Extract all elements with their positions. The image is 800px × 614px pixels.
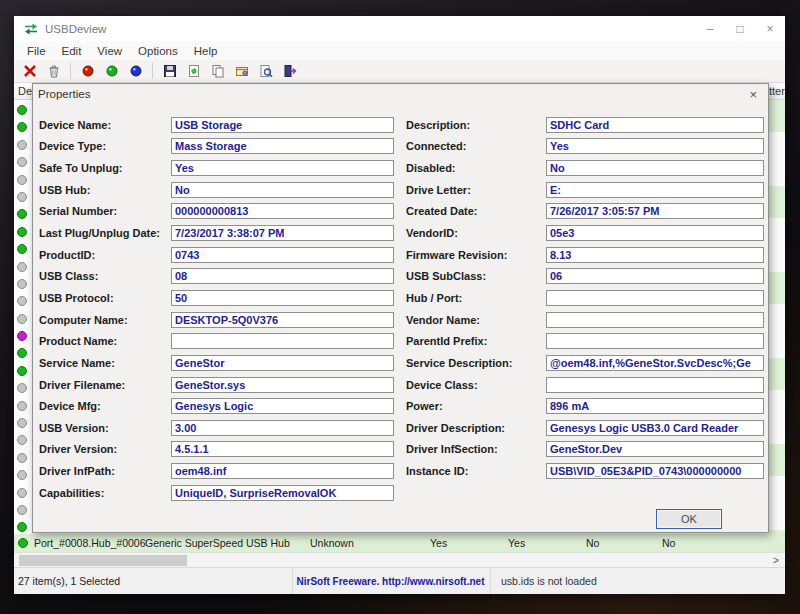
property-value-field[interactable]: 896 mA (546, 398, 764, 414)
disconnect-device-blue-ball-icon[interactable] (125, 61, 146, 81)
menu-edit[interactable]: Edit (54, 42, 90, 60)
property-value-field[interactable]: Yes (546, 138, 764, 154)
property-row-left-17: Capabilities:UniqueID, SurpriseRemovalOK (39, 482, 394, 504)
ok-button[interactable]: OK (656, 509, 722, 529)
property-value-field[interactable]: GeneStor (171, 355, 394, 371)
property-value-field[interactable] (546, 290, 764, 306)
property-label: Computer Name: (39, 314, 171, 326)
property-value-field[interactable]: SDHC Card (546, 117, 764, 133)
property-row-right-0: Description:SDHC Card (406, 114, 764, 136)
property-value-field[interactable]: Genesys Logic USB3.0 Card Reader (546, 420, 764, 436)
dialog-titlebar[interactable]: Properties × (33, 84, 768, 104)
device-status-dot (17, 244, 27, 254)
property-value-field[interactable] (546, 377, 764, 393)
close-icon[interactable]: × (755, 16, 785, 42)
save-icon[interactable] (159, 61, 180, 81)
property-value-field[interactable]: 3.00 (171, 420, 394, 436)
property-row-right-16: Instance ID:USB\VID_05E3&PID_0743\000000… (406, 460, 764, 482)
property-label: USB SubClass: (406, 270, 546, 282)
menu-options[interactable]: Options (130, 42, 186, 60)
property-value-field[interactable]: 000000000813 (171, 203, 394, 219)
property-label: Hub / Port: (406, 292, 546, 304)
property-value-field[interactable]: USB\VID_05E3&PID_0743\000000000 (546, 463, 764, 479)
property-row-right-5: VendorID:05e3 (406, 222, 764, 244)
recycle-bin-icon[interactable] (43, 61, 64, 81)
maximize-icon[interactable]: □ (725, 16, 755, 42)
dialog-close-icon[interactable]: × (746, 88, 760, 101)
device-status-dot (17, 522, 27, 532)
property-value-field[interactable]: 08 (171, 268, 394, 284)
column-header-drive-letter[interactable]: tter (769, 85, 785, 97)
property-value-field[interactable]: Yes (171, 160, 394, 176)
property-label: Instance ID: (406, 465, 546, 477)
property-label: USB Protocol: (39, 292, 171, 304)
property-value-field[interactable]: 0743 (171, 247, 394, 263)
minimize-icon[interactable]: – (695, 16, 725, 42)
property-value-field[interactable]: Genesys Logic (171, 398, 394, 414)
properties-icon[interactable] (231, 61, 252, 81)
property-value-field[interactable]: 7/23/2017 3:38:07 PM (171, 225, 394, 241)
property-row-left-13: Device Mfg:Genesys Logic (39, 395, 394, 417)
property-value-field[interactable]: No (546, 160, 764, 176)
device-status-dot (17, 227, 27, 237)
property-label: Device Mfg: (39, 400, 171, 412)
property-value-field[interactable]: GeneStor.sys (171, 377, 394, 393)
property-value-field[interactable]: 50 (171, 290, 394, 306)
menu-view[interactable]: View (89, 42, 130, 60)
statusbar-nirsoft-link[interactable]: NirSoft Freeware. http://www.nirsoft.net (292, 568, 488, 594)
property-value-field[interactable] (546, 333, 764, 349)
property-label: USB Version: (39, 422, 171, 434)
device-status-dot (17, 262, 27, 272)
column-header-device-name[interactable]: De (18, 85, 32, 97)
property-label: Connected: (406, 140, 546, 152)
property-value-field[interactable]: No (171, 182, 394, 198)
property-value-field[interactable]: GeneStor.Dev (546, 441, 764, 457)
property-row-left-5: Last Plug/Unplug Date:7/23/2017 3:38:07 … (39, 222, 394, 244)
property-label: Driver InfPath: (39, 465, 171, 477)
enable-device-green-ball-icon[interactable] (101, 61, 122, 81)
property-label: Service Name: (39, 357, 171, 369)
property-label: Driver InfSection: (406, 443, 546, 455)
property-row-right-10: ParentId Prefix: (406, 330, 764, 352)
scrollbar-thumb[interactable] (19, 555, 187, 566)
property-value-field[interactable]: 4.5.1.1 (171, 441, 394, 457)
property-row-right-12: Device Class: (406, 374, 764, 396)
device-status-dot (17, 157, 27, 167)
property-row-left-12: Driver Filename:GeneStor.sys (39, 374, 394, 396)
property-row-right-13: Power:896 mA (406, 395, 764, 417)
device-status-dot (17, 175, 27, 185)
property-value-field[interactable]: E: (546, 182, 764, 198)
property-value-field[interactable]: 8.13 (546, 247, 764, 263)
selected-device-row[interactable]: Port_#0008.Hub_#0006 Generic SuperSpeed … (14, 534, 785, 552)
device-status-dot (17, 296, 27, 306)
property-label: Disabled: (406, 162, 546, 174)
property-label: Power: (406, 400, 546, 412)
property-value-field[interactable] (546, 312, 764, 328)
scrollbar-right-arrow-icon[interactable]: > (769, 553, 783, 567)
property-value-field[interactable]: Mass Storage (171, 138, 394, 154)
exit-icon[interactable] (279, 61, 300, 81)
property-value-field[interactable] (171, 333, 394, 349)
refresh-icon[interactable] (183, 61, 204, 81)
property-value-field[interactable]: DESKTOP-5Q0V376 (171, 312, 394, 328)
property-value-field[interactable]: oem48.inf (171, 463, 394, 479)
property-value-field[interactable]: UniqueID, SurpriseRemovalOK (171, 485, 394, 501)
find-icon[interactable] (255, 61, 276, 81)
disable-device-red-ball-icon[interactable] (77, 61, 98, 81)
property-value-field[interactable]: USB Storage (171, 117, 394, 133)
property-value-field[interactable]: 05e3 (546, 225, 764, 241)
device-status-dot (17, 331, 27, 341)
delete-red-x-icon[interactable] (19, 61, 40, 81)
device-status-dot (17, 453, 27, 463)
horizontal-scrollbar[interactable]: > (14, 552, 785, 567)
property-row-right-1: Connected:Yes (406, 136, 764, 158)
property-label: Firmware Revision: (406, 249, 546, 261)
property-value-field[interactable]: @oem48.inf,%GeneStor.SvcDesc%;Ge (546, 355, 764, 371)
properties-dialog: Properties × Device Name:USB StorageDevi… (32, 83, 769, 533)
menu-file[interactable]: File (19, 42, 54, 60)
menu-help[interactable]: Help (186, 42, 226, 60)
property-value-field[interactable]: 7/26/2017 3:05:57 PM (546, 203, 764, 219)
copy-icon[interactable] (207, 61, 228, 81)
property-value-field[interactable]: 06 (546, 268, 764, 284)
property-row-left-11: Service Name:GeneStor (39, 352, 394, 374)
